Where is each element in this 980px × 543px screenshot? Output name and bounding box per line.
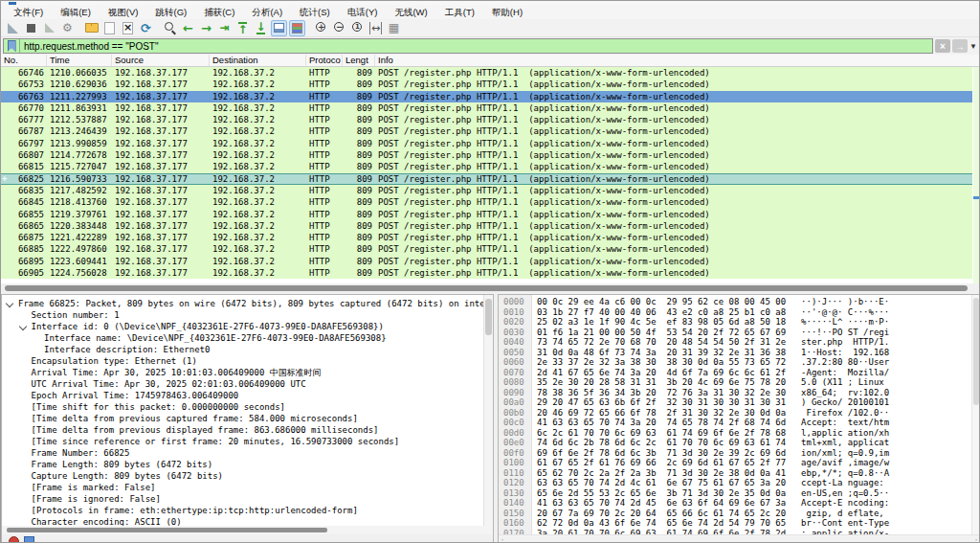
packet-list-hscrollbar[interactable] <box>1 283 980 293</box>
hex-row-0100[interactable]: 010061 67 65 2f 61 76 69 66 2c 69 6d 61 … <box>499 458 980 468</box>
detail-line-12[interactable]: [Time since reference or first frame: 20… <box>2 436 484 447</box>
hex-bytes[interactable]: 31 0d 0a 48 6f 73 74 3a 20 31 39 32 2e 3… <box>537 348 786 358</box>
capture-file-icon[interactable] <box>24 536 34 543</box>
capture-options-icon[interactable] <box>59 20 76 36</box>
packet-list-hscrollbar-thumb[interactable] <box>5 285 968 291</box>
hex-bytes[interactable]: 69 6f 6e 2f 78 6d 6c 3b 71 3d 30 2e 39 2… <box>537 448 786 459</box>
go-first-icon[interactable] <box>234 20 251 36</box>
detail-line-17[interactable]: [Frame is ignored: False] <box>2 493 484 505</box>
detail-line-16[interactable]: [Frame is marked: False] <box>2 482 484 493</box>
hex-row-0120[interactable]: 012063 63 65 70 74 2d 4c 61 6e 67 75 61 … <box>499 478 980 488</box>
expander-icon[interactable] <box>6 300 13 307</box>
packet-row-66905[interactable]: 669051224.756028192.168.37.177192.168.37… <box>1 267 974 279</box>
packet-row-66770[interactable]: 667701211.863931192.168.37.177192.168.37… <box>1 102 974 114</box>
menu-item-0[interactable]: 文件(F) <box>5 5 52 19</box>
close-file-icon[interactable] <box>120 20 136 36</box>
menu-item-8[interactable]: 无线(W) <box>386 5 435 19</box>
hex-row-00b0[interactable]: 00b020 46 69 72 65 66 6f 78 2f 31 30 32 … <box>499 408 980 419</box>
details-hscrollbar-thumb[interactable] <box>7 528 327 532</box>
hex-ascii[interactable]: ···!··PO ST /regi <box>801 328 889 338</box>
detail-line-3[interactable]: Interface name: \Device\NPF_{4032361E-27… <box>2 332 484 344</box>
filter-clear-icon[interactable]: × <box>935 39 950 53</box>
hex-bytes[interactable]: 03 1b 27 f7 40 00 40 06 43 e2 c0 a8 25 b… <box>537 307 786 318</box>
packet-row-66865[interactable]: 668651220.383448192.168.37.177192.168.37… <box>1 220 974 232</box>
hex-row-00e0[interactable]: 00e074 6d 6c 2b 78 6d 6c 2c 61 70 70 6c … <box>499 438 980 448</box>
hex-ascii[interactable]: ) Gecko/ 20100101 <box>801 397 889 408</box>
details-vscrollbar-thumb[interactable] <box>485 299 492 335</box>
hex-bytes[interactable]: 00 0c 29 ee 4a c6 00 0c 29 95 62 ce 08 0… <box>537 297 786 307</box>
find-packet-icon[interactable] <box>162 20 178 36</box>
menu-item-9[interactable]: 工具(T) <box>436 5 483 19</box>
hex-ascii[interactable]: ebp,*/*; q=0.8··A <box>801 468 889 479</box>
zoom-reset-icon[interactable] <box>349 20 366 36</box>
stop-capture-icon[interactable] <box>23 20 39 36</box>
hex-row-00f0[interactable]: 00f069 6f 6e 2f 78 6d 6c 3b 71 3d 30 2e … <box>499 448 980 459</box>
hex-bytes[interactable]: 74 6d 6c 2b 78 6d 6c 2c 61 70 70 6c 69 6… <box>537 438 786 448</box>
detail-line-14[interactable]: Frame Length: 809 bytes (6472 bits) <box>2 459 484 470</box>
packet-row-66763[interactable]: 667631211.227993192.168.37.177192.168.37… <box>1 91 974 102</box>
hex-row-00d0[interactable]: 00d06c 2c 61 70 70 6c 69 63 61 74 69 6f … <box>499 428 980 439</box>
filter-bookmark-icon[interactable] <box>4 39 20 53</box>
hex-bytes[interactable]: 78 38 36 5f 36 34 3b 20 72 76 3a 31 30 3… <box>537 388 786 398</box>
hex-ascii[interactable]: 1··Host: 192.168 <box>801 348 889 358</box>
hex-bytes[interactable]: 29 20 47 65 63 6b 6f 2f 32 30 31 30 30 3… <box>537 397 786 408</box>
hex-bytes[interactable]: 65 6e 2d 55 53 2c 65 6e 3b 71 3d 30 2e 3… <box>537 488 786 499</box>
hex-bytes[interactable]: 2e 33 37 2e 32 3a 38 30 38 30 0d 0a 55 7… <box>537 357 786 368</box>
packet-row-66797[interactable]: 667971213.990859192.168.37.177192.168.37… <box>1 138 974 149</box>
hex-row-0040[interactable]: 004073 74 65 72 2e 70 68 70 20 48 54 54 … <box>499 337 980 348</box>
hex-bytes[interactable]: 65 62 70 2c 2a 2f 2a 3b 71 3d 30 2e 38 0… <box>537 468 786 479</box>
column-header-destination[interactable]: Destination <box>210 55 306 66</box>
expander-icon[interactable] <box>18 323 26 330</box>
detail-line-9[interactable]: [Time shift for this packet: 0.000000000… <box>2 401 484 413</box>
packet-row-66895[interactable]: 668951223.609441192.168.37.177192.168.37… <box>1 256 974 267</box>
display-filter-input[interactable]: http.request.method == "POST" <box>3 38 933 54</box>
colorize-toggle[interactable] <box>289 20 305 36</box>
hex-row-0160[interactable]: 016062 72 0d 0a 43 6f 6e 74 65 6e 74 2d … <box>499 518 980 529</box>
reload-icon[interactable] <box>138 20 154 36</box>
hex-row-0050[interactable]: 005031 0d 0a 48 6f 73 74 3a 20 31 39 32 … <box>499 348 980 358</box>
go-last-icon[interactable] <box>253 20 269 36</box>
hex-row-0070[interactable]: 00702d 41 67 65 6e 74 3a 20 4d 6f 7a 69 … <box>499 368 980 378</box>
layout-grid-icon[interactable] <box>386 20 402 36</box>
details-vscrollbar[interactable] <box>483 295 493 526</box>
hex-ascii[interactable]: x86_64; rv:102.0 <box>801 388 889 398</box>
hex-ascii[interactable]: %·····L^ ····m·P· <box>801 317 889 328</box>
hex-ascii[interactable]: ··'·@·@· C···%··· <box>801 307 889 318</box>
hex-row-0060[interactable]: 00602e 33 37 2e 32 3a 38 30 38 30 0d 0a … <box>499 357 980 368</box>
hex-row-0030[interactable]: 003001 f6 1a 21 00 00 50 4f 53 54 20 2f … <box>499 328 980 338</box>
hex-bytes[interactable]: 41 63 63 65 70 74 2d 45 6e 63 6f 64 69 6… <box>537 498 786 509</box>
hex-bytes[interactable]: 35 2e 30 20 28 58 31 31 3b 20 4c 69 6e 7… <box>537 377 786 388</box>
menu-item-2[interactable]: 视图(V) <box>100 5 147 19</box>
hex-row-0020[interactable]: 002025 02 a3 1e 1f 90 4c 5e ef 83 98 05 … <box>499 317 980 328</box>
detail-line-0[interactable]: Frame 66825: Packet, 809 bytes on wire (… <box>2 298 484 309</box>
column-header-protocol[interactable]: Protoco <box>306 55 343 66</box>
hex-row-0090[interactable]: 009078 38 36 5f 36 34 3b 20 72 76 3a 31 … <box>499 388 980 398</box>
bytes-vscrollbar[interactable] <box>971 295 980 537</box>
hex-ascii[interactable]: br··Cont ent-Type <box>801 518 889 529</box>
hex-bytes[interactable]: 41 63 63 65 70 74 3a 20 74 65 78 74 2f 6… <box>537 418 786 428</box>
packet-row-66787[interactable]: 667871213.246439192.168.37.177192.168.37… <box>1 125 974 137</box>
hex-ascii[interactable]: Accept-E ncoding: <box>801 498 889 509</box>
hex-bytes[interactable]: 73 74 65 72 2e 70 68 70 20 48 54 54 50 2… <box>537 337 786 348</box>
hex-ascii[interactable]: ccept-La nguage: <box>801 478 889 488</box>
column-header-length[interactable]: Lengt <box>343 55 375 66</box>
hex-ascii[interactable]: ··)·J··· )·b···E· <box>801 297 889 307</box>
detail-line-8[interactable]: Epoch Arrival Time: 1745978463.006409000 <box>2 390 484 401</box>
hex-ascii[interactable]: ion/xml; q=0.9,im <box>801 448 889 459</box>
packet-row-66825[interactable]: 668251216.590733192.168.37.177192.168.37… <box>1 173 974 185</box>
hex-bytes[interactable]: 63 63 65 70 74 2d 4c 61 6e 67 75 61 67 6… <box>537 478 786 488</box>
detail-line-15[interactable]: Capture Length: 809 bytes (6472 bits) <box>2 470 484 482</box>
auto-scroll-toggle[interactable] <box>271 20 287 36</box>
hex-row-0130[interactable]: 013065 6e 2d 55 53 2c 65 6e 3b 71 3d 30 … <box>499 488 980 499</box>
menu-item-1[interactable]: 编辑(E) <box>52 5 100 19</box>
column-header-info[interactable]: Info <box>375 55 980 66</box>
save-file-icon[interactable] <box>101 20 118 36</box>
detail-line-13[interactable]: Frame Number: 66825 <box>2 447 484 459</box>
filter-apply-icon[interactable]: → <box>952 39 968 53</box>
packet-row-66845[interactable]: 668451218.413760192.168.37.177192.168.37… <box>1 196 974 208</box>
hex-bytes[interactable]: 25 02 a3 1e 1f 90 4c 5e ef 83 98 05 6d a… <box>537 317 786 328</box>
menu-item-10[interactable]: 帮助(H) <box>483 5 531 19</box>
column-header-time[interactable]: Time <box>47 55 112 66</box>
column-header-no[interactable]: No. <box>1 55 47 66</box>
hex-ascii[interactable]: age/avif ,image/w <box>801 458 889 468</box>
